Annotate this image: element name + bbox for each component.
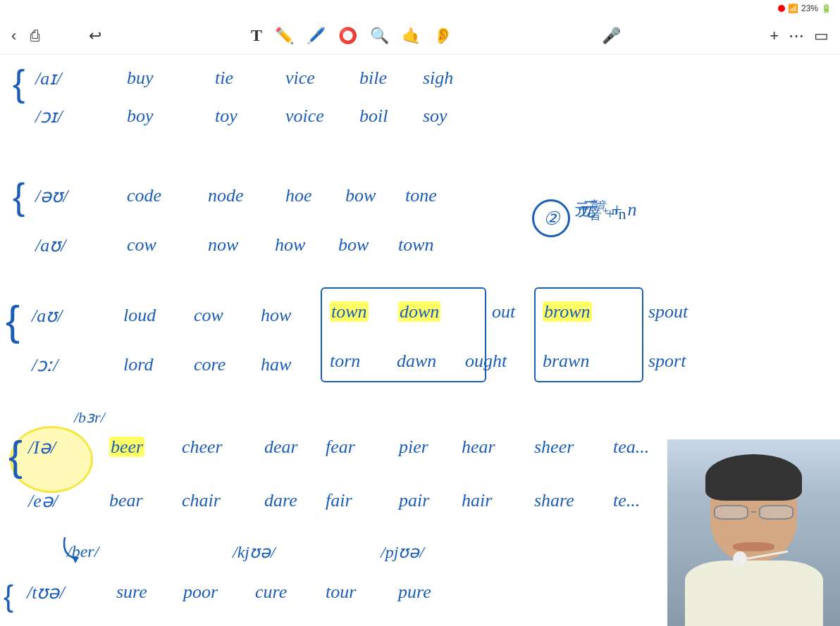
word-sure: sure [116,582,147,603]
phonetic-ou: /əʊ/ [35,185,68,207]
word-boy: boy [127,106,154,127]
toolbar: ‹ ⎙ ↩ T ✏️ 🖊️ ⭕ 🔍 🤙 👂 🎤 + ⋯ ▭ [0,17,840,55]
word-loud: loud [123,305,156,326]
undo-button[interactable]: ↩ [89,27,101,45]
word-tea1: tea... [613,437,649,458]
view-button[interactable]: ▭ [814,27,829,45]
word-voice: voice [285,106,324,127]
toolbar-center: T ✏️ 🖊️ ⭕ 🔍 🤙 👂 [251,26,452,45]
word-pier: pier [399,437,428,458]
toolbar-right: + ⋯ ▭ [770,27,829,45]
battery-text: 23% [801,4,818,13]
phonetic-ber: /ber/ [67,542,99,561]
brace-3: { [6,300,20,342]
word-down-box: down [398,301,440,323]
word-vice: vice [285,68,315,89]
word-sport: sport [648,351,686,372]
phonetic-tua: /tʊə/ [27,582,65,603]
word-beer: beer [109,437,144,458]
word-bile: bile [359,68,387,89]
battery-icon: 🔋 [821,4,832,13]
add-button[interactable]: + [770,27,779,45]
word-buy: buy [127,68,154,89]
highlight-town: town [330,301,369,322]
word-cheer: cheer [182,437,223,458]
phonetic-pjua: /pjʊə/ [381,542,424,562]
text-tool[interactable]: T [251,26,262,45]
phonetic-kjua: /kjʊə/ [233,542,276,562]
phonetic-au2: /aʊ/ [32,305,62,327]
word-hear: hear [462,437,495,458]
phonetic-ai: /aɪ/ [35,68,61,89]
word-bear: bear [109,490,143,511]
toolbar-left: ‹ ⎙ ↩ [11,27,101,45]
word-te2: te... [613,490,640,511]
phonetic-ia: /Iə/ [28,437,56,458]
word-share: share [534,490,574,511]
mic-button[interactable]: 🎤 [602,27,621,45]
circle-2: ② [532,199,570,237]
word-node: node [208,185,244,206]
lasso-tool[interactable]: 🔍 [370,27,389,45]
pencil-tool[interactable]: 🖊️ [307,27,326,45]
word-cow2: cow [194,305,223,326]
word-lord: lord [123,354,153,375]
word-hoe: hoe [285,185,312,206]
word-soy: soy [423,106,447,127]
word-brawn: brawn [543,351,589,372]
eraser-tool[interactable]: ⭕ [338,27,357,45]
word-boil: boil [359,106,388,127]
word-town1: town [398,234,434,256]
word-ought: ought [465,351,507,372]
word-how1: how [275,234,305,256]
word-chair: chair [182,490,221,511]
word-poor: poor [183,582,218,603]
recording-dot [778,5,785,12]
word-out: out [492,301,515,323]
word-cow1: cow [127,234,156,256]
brace-2: { [13,178,25,215]
word-how2: how [261,305,291,326]
highlight-brown: brown [543,301,592,322]
battery-indicator: 📶 23% 🔋 [778,4,832,13]
phonetic-or: /ɔː/ [32,354,58,376]
hand-tool[interactable]: 🤙 [402,27,421,45]
word-haw: haw [261,354,291,375]
phonetic-au: /aʊ/ [35,234,66,256]
phonetic-bzr: /bɜr/ [74,408,105,427]
word-cure: cure [255,582,287,603]
wifi-icon: 📶 [788,4,798,13]
word-fear: fear [326,437,355,458]
word-bow1: bow [345,185,376,206]
word-now: now [208,234,238,256]
webcam-face [667,439,840,626]
word-core: core [194,354,226,375]
word-tone: tone [405,185,437,206]
share-button[interactable]: ⎙ [30,27,39,45]
word-pure: pure [398,582,431,603]
word-tour: tour [326,582,356,603]
word-pair: pair [399,490,429,511]
word-toy: toy [215,106,237,127]
pen-tool[interactable]: ✏️ [275,27,294,45]
ear-tool[interactable]: 👂 [433,27,452,45]
note-yuan-yin: 元音 + n [578,197,637,222]
word-code: code [127,185,161,206]
back-button[interactable]: ‹ [11,27,16,45]
word-town-box: town [330,301,369,323]
brace-1: { [13,65,25,101]
word-dawn: dawn [397,351,436,372]
phonetic-ea: /eə/ [28,490,58,512]
brace-4: { [8,435,23,477]
word-hair: hair [462,490,492,511]
highlight-beer: beer [109,437,144,457]
content-area: { /aɪ/ buy tie vice bile sigh /ɔɪ/ boy t… [0,55,840,626]
word-fair: fair [326,490,352,511]
word-dare: dare [264,490,297,511]
phonetic-oi: /ɔɪ/ [35,106,62,127]
word-brown-box: brown [543,301,592,323]
more-button[interactable]: ⋯ [789,27,804,45]
word-spout: spout [648,301,688,323]
highlight-down: down [398,301,440,322]
word-bow2: bow [338,234,369,256]
